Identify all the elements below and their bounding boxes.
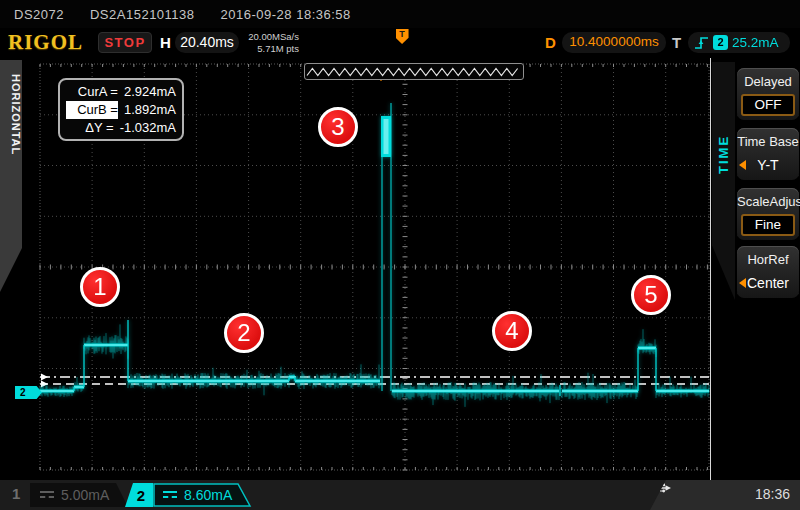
channel2-status-box[interactable]: 8.60mA [153, 483, 253, 507]
softkey-value: OFF [741, 94, 795, 116]
cursor-a-label: CurA = [66, 83, 118, 101]
cursor-delta-value: -1.032mA [120, 119, 176, 137]
clock-label: 18:36 [755, 486, 790, 502]
annotation-circle-3: 3 [318, 107, 358, 147]
channel2-coupling-icon [163, 491, 177, 500]
timebase-value[interactable]: 20.40ms [175, 32, 239, 53]
softkey-value: Y-T [757, 157, 778, 173]
trigger-level-value: 25.2mA [732, 35, 779, 50]
trigger-slope-icon [694, 35, 709, 51]
channel1-number: 1 [12, 485, 20, 502]
rigol-logo: RIGOL [8, 30, 83, 55]
annotation-circle-1: 1 [80, 267, 120, 307]
title-bar: DS2072 DS2A152101138 2016-09-28 18:36:58 [0, 0, 800, 28]
left-arrow-icon [739, 160, 746, 170]
delay-d-label: D [545, 34, 556, 51]
annotation-number: 3 [331, 113, 344, 141]
cursor-a-row: CurA = 2.924mA [66, 83, 176, 101]
softkey-label: HorRef [737, 250, 799, 270]
datetime-label: 2016-09-28 18:36:58 [221, 7, 351, 22]
softkey-delayed[interactable]: Delayed OFF [737, 68, 799, 120]
memory-waveform-icon [305, 64, 523, 79]
annotation-circle-2: 2 [224, 313, 264, 353]
cursor-a-value: 2.924mA [124, 83, 176, 101]
channel1-scale-value: 5.00mA [61, 487, 109, 503]
cursor-delta-label: ΔY = [66, 119, 114, 137]
annotation-number: 1 [93, 273, 106, 301]
menu-tab-label: TIME [712, 62, 735, 247]
memory-depth: 5.71M pts [243, 43, 299, 55]
run-state-badge: STOP [98, 32, 152, 53]
softkey-value: Center [747, 275, 789, 291]
model-label: DS2072 [14, 7, 64, 22]
oscilloscope-screen: DS2072 DS2A152101138 2016-09-28 18:36:58… [0, 0, 800, 510]
cursor-delta-row: ΔY = -1.032mA [66, 119, 176, 137]
annotation-number: 4 [505, 317, 518, 345]
softkey-scale-adjust[interactable]: ScaleAdjust Fine [737, 188, 799, 240]
softkey-time-base[interactable]: Time Base Y-T [737, 128, 799, 180]
left-arrow-icon [739, 278, 746, 288]
cursor-readout-box: CurA = 2.924mA CurB = 1.892mA ΔY = -1.03… [58, 78, 184, 141]
annotation-number: 5 [644, 281, 657, 309]
cursor-b-value: 1.892mA [124, 101, 176, 119]
softkey-menu: TIME Delayed OFF Time Base Y-T ScaleAdju… [710, 58, 800, 480]
channel1-status-box[interactable]: 5.00mA [30, 483, 130, 507]
softkey-label: Time Base [737, 132, 799, 152]
usb-icon [650, 482, 672, 494]
delay-time-value: 10.4000000ms [562, 32, 666, 53]
channel2-ground-marker[interactable]: 2 [15, 386, 42, 399]
bottom-right-panel: 18:36 [650, 480, 800, 510]
channel1-coupling-icon [40, 491, 54, 500]
cursor-b-row: CurB = 1.892mA [66, 101, 176, 119]
trigger-t-label: T [672, 34, 681, 51]
softkey-label: Delayed [737, 72, 799, 92]
softkey-value: Fine [741, 214, 795, 236]
cursor-b-label: CurB = [66, 101, 118, 119]
memory-position-bar [304, 63, 524, 80]
trigger-status-box[interactable]: 2 25.2mA [688, 32, 790, 53]
annotation-circle-5: 5 [631, 275, 671, 315]
softkey-hor-ref[interactable]: HorRef Center [737, 246, 799, 298]
channel2-scale-value: 8.60mA [184, 487, 232, 503]
sample-rate: 20.00MSa/s [243, 31, 299, 43]
channel-status-bar: 1 5.00mA 2 8.60mA 18: [0, 480, 800, 510]
trigger-source-badge: 2 [713, 35, 728, 50]
annotation-number: 2 [237, 319, 250, 347]
serial-label: DS2A152101138 [90, 7, 195, 22]
menu-tab-time[interactable]: TIME [712, 62, 735, 300]
horizontal-h-label: H [160, 34, 171, 51]
annotation-circle-4: 4 [492, 311, 532, 351]
softkey-label: ScaleAdjust [737, 192, 799, 212]
acquisition-info: 20.00MSa/s 5.71M pts [243, 31, 299, 55]
